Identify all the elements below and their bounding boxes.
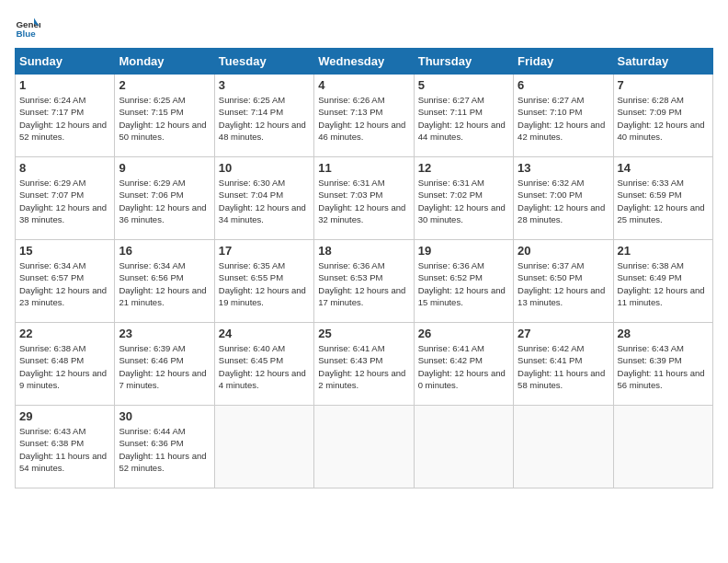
day-number: 12 [418,161,509,175]
day-number: 2 [119,78,210,92]
day-number: 17 [219,244,310,258]
calendar-table: SundayMondayTuesdayWednesdayThursdayFrid… [15,48,713,488]
day-info: Sunrise: 6:26 AMSunset: 7:13 PMDaylight:… [318,94,409,143]
calendar-day-empty [514,406,613,488]
calendar-day-22: 22 Sunrise: 6:38 AMSunset: 6:48 PMDaylig… [16,323,115,406]
day-info: Sunrise: 6:29 AMSunset: 7:06 PMDaylight:… [119,177,210,225]
day-info: Sunrise: 6:39 AMSunset: 6:46 PMDaylight:… [119,342,210,391]
day-info: Sunrise: 6:42 AMSunset: 6:41 PMDaylight:… [518,342,609,391]
day-info: Sunrise: 6:36 AMSunset: 6:52 PMDaylight:… [418,259,509,308]
header-wednesday: Wednesday [314,49,414,75]
day-number: 21 [618,244,709,258]
calendar-day-30: 30 Sunrise: 6:44 AMSunset: 6:36 PMDaylig… [115,406,214,488]
calendar-day-26: 26 Sunrise: 6:41 AMSunset: 6:42 PMDaylig… [414,323,513,406]
day-info: Sunrise: 6:41 AMSunset: 6:43 PMDaylight:… [318,342,409,391]
calendar-week-1: 1 Sunrise: 6:24 AMSunset: 7:17 PMDayligh… [16,75,713,157]
calendar-day-1: 1 Sunrise: 6:24 AMSunset: 7:17 PMDayligh… [16,75,115,157]
calendar-day-7: 7 Sunrise: 6:28 AMSunset: 7:09 PMDayligh… [613,75,712,157]
calendar-day-19: 19 Sunrise: 6:36 AMSunset: 6:52 PMDaylig… [414,240,513,323]
calendar-day-29: 29 Sunrise: 6:43 AMSunset: 6:38 PMDaylig… [16,406,115,488]
header-friday: Friday [514,49,613,75]
day-number: 11 [318,161,409,175]
header-thursday: Thursday [414,49,513,75]
day-info: Sunrise: 6:37 AMSunset: 6:50 PMDaylight:… [518,259,609,308]
day-info: Sunrise: 6:44 AMSunset: 6:36 PMDaylight:… [119,425,210,474]
day-number: 18 [318,244,409,258]
calendar-day-empty [613,406,712,488]
day-info: Sunrise: 6:41 AMSunset: 6:42 PMDaylight:… [418,342,509,391]
day-info: Sunrise: 6:35 AMSunset: 6:55 PMDaylight:… [219,259,310,308]
day-info: Sunrise: 6:40 AMSunset: 6:45 PMDaylight:… [219,342,310,391]
page-header: General Blue [15,15,713,40]
calendar-day-3: 3 Sunrise: 6:25 AMSunset: 7:14 PMDayligh… [214,75,313,157]
day-number: 23 [119,327,210,340]
day-info: Sunrise: 6:43 AMSunset: 6:38 PMDaylight:… [19,425,110,474]
day-number: 22 [19,327,110,340]
calendar-day-9: 9 Sunrise: 6:29 AMSunset: 7:06 PMDayligh… [115,157,214,240]
calendar-week-4: 22 Sunrise: 6:38 AMSunset: 6:48 PMDaylig… [16,323,713,406]
svg-text:Blue: Blue [16,29,36,39]
calendar-day-16: 16 Sunrise: 6:34 AMSunset: 6:56 PMDaylig… [115,240,214,323]
day-number: 16 [119,244,210,258]
calendar-day-2: 2 Sunrise: 6:25 AMSunset: 7:15 PMDayligh… [115,75,214,157]
calendar-day-24: 24 Sunrise: 6:40 AMSunset: 6:45 PMDaylig… [214,323,313,406]
calendar-day-21: 21 Sunrise: 6:38 AMSunset: 6:49 PMDaylig… [613,240,712,323]
logo: General Blue [15,15,44,40]
calendar-week-5: 29 Sunrise: 6:43 AMSunset: 6:38 PMDaylig… [16,406,713,488]
day-number: 3 [219,78,310,92]
day-number: 26 [418,327,509,340]
calendar-day-8: 8 Sunrise: 6:29 AMSunset: 7:07 PMDayligh… [16,157,115,240]
day-number: 6 [518,78,609,92]
day-info: Sunrise: 6:28 AMSunset: 7:09 PMDaylight:… [618,94,709,143]
day-info: Sunrise: 6:34 AMSunset: 6:56 PMDaylight:… [119,259,210,308]
day-number: 15 [19,244,110,258]
day-info: Sunrise: 6:24 AMSunset: 7:17 PMDaylight:… [19,94,110,143]
day-number: 14 [618,161,709,175]
calendar-day-5: 5 Sunrise: 6:27 AMSunset: 7:11 PMDayligh… [414,75,513,157]
day-info: Sunrise: 6:29 AMSunset: 7:07 PMDaylight:… [19,177,110,225]
calendar-day-10: 10 Sunrise: 6:30 AMSunset: 7:04 PMDaylig… [214,157,313,240]
day-number: 29 [19,409,110,423]
calendar-day-28: 28 Sunrise: 6:43 AMSunset: 6:39 PMDaylig… [613,323,712,406]
calendar-day-4: 4 Sunrise: 6:26 AMSunset: 7:13 PMDayligh… [314,75,414,157]
calendar-day-20: 20 Sunrise: 6:37 AMSunset: 6:50 PMDaylig… [514,240,613,323]
day-number: 8 [19,161,110,175]
calendar-day-12: 12 Sunrise: 6:31 AMSunset: 7:02 PMDaylig… [414,157,513,240]
calendar-week-2: 8 Sunrise: 6:29 AMSunset: 7:07 PMDayligh… [16,157,713,240]
day-number: 9 [119,161,210,175]
day-info: Sunrise: 6:33 AMSunset: 6:59 PMDaylight:… [618,177,709,225]
day-number: 28 [618,327,709,340]
day-info: Sunrise: 6:30 AMSunset: 7:04 PMDaylight:… [219,177,310,225]
day-info: Sunrise: 6:32 AMSunset: 7:00 PMDaylight:… [518,177,609,225]
calendar-day-6: 6 Sunrise: 6:27 AMSunset: 7:10 PMDayligh… [514,75,613,157]
day-info: Sunrise: 6:27 AMSunset: 7:11 PMDaylight:… [418,94,509,143]
day-number: 10 [219,161,310,175]
calendar-day-empty [314,406,414,488]
day-info: Sunrise: 6:25 AMSunset: 7:14 PMDaylight:… [219,94,310,143]
day-info: Sunrise: 6:31 AMSunset: 7:03 PMDaylight:… [318,177,409,225]
day-number: 30 [119,409,210,423]
day-info: Sunrise: 6:31 AMSunset: 7:02 PMDaylight:… [418,177,509,225]
header-row: SundayMondayTuesdayWednesdayThursdayFrid… [16,49,713,75]
day-number: 24 [219,327,310,340]
calendar-day-18: 18 Sunrise: 6:36 AMSunset: 6:53 PMDaylig… [314,240,414,323]
header-saturday: Saturday [613,49,712,75]
day-number: 25 [318,327,409,340]
day-number: 4 [318,78,409,92]
calendar-day-14: 14 Sunrise: 6:33 AMSunset: 6:59 PMDaylig… [613,157,712,240]
calendar-day-empty [414,406,513,488]
calendar-day-25: 25 Sunrise: 6:41 AMSunset: 6:43 PMDaylig… [314,323,414,406]
day-number: 27 [518,327,609,340]
day-number: 7 [618,78,709,92]
calendar-day-13: 13 Sunrise: 6:32 AMSunset: 7:00 PMDaylig… [514,157,613,240]
day-info: Sunrise: 6:36 AMSunset: 6:53 PMDaylight:… [318,259,409,308]
day-info: Sunrise: 6:43 AMSunset: 6:39 PMDaylight:… [618,342,709,391]
calendar-day-15: 15 Sunrise: 6:34 AMSunset: 6:57 PMDaylig… [16,240,115,323]
calendar-week-3: 15 Sunrise: 6:34 AMSunset: 6:57 PMDaylig… [16,240,713,323]
calendar-day-23: 23 Sunrise: 6:39 AMSunset: 6:46 PMDaylig… [115,323,214,406]
header-monday: Monday [115,49,214,75]
day-number: 5 [418,78,509,92]
calendar-day-27: 27 Sunrise: 6:42 AMSunset: 6:41 PMDaylig… [514,323,613,406]
day-info: Sunrise: 6:27 AMSunset: 7:10 PMDaylight:… [518,94,609,143]
logo-icon: General Blue [15,15,40,40]
